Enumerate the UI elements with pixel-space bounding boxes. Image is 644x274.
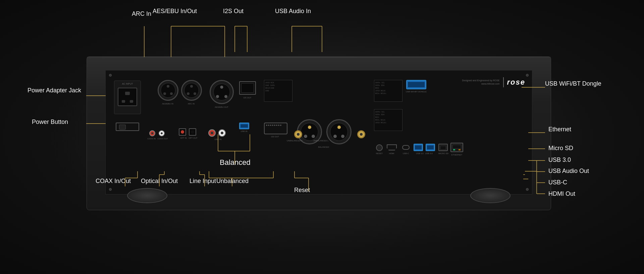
arc-in-label: ARC In [132,10,151,18]
coax-out-rca [159,130,165,136]
aes-ebu-in-label: AES/EBU IN [154,103,181,105]
line-in-label: LINE IN [205,138,231,140]
line-in-rca-r [208,129,216,137]
usb-audio-in-label: USB Audio In [275,7,311,15]
power-button-switch[interactable] [116,123,139,131]
ethernet-port [450,143,463,152]
reset-button[interactable] [376,144,383,151]
ac-input-connector: AC INPUT [114,81,141,114]
hdmi-out-label: HDMI Out [548,190,575,198]
micro-sd-label: Micro SD [548,144,573,152]
aes-ebu-label: AES/EBU In/Out [153,7,197,15]
opt-out-connector [189,128,196,136]
opt-label: OPT IN OPT OUT [175,137,202,139]
power-button-label: Power Button [32,118,68,126]
ethernet-label-device: ETHERNET [447,154,467,156]
unbalanced-l [357,130,365,138]
rose-logo-area: Designed and Engineered by ROSE www.hifi… [462,77,525,87]
device-body: AC INPUT AES/EBU IN [87,56,551,210]
rose-logo-text: rose [507,78,525,87]
aes-ebu-out-connector [210,80,234,104]
micro-sd-slot [438,144,448,151]
usb-wifi-label-device: USB WiFi/BT DONGLE [399,91,433,93]
coax-in-rca [149,130,155,136]
i2s-out-label-2: I2S OUT [262,136,288,138]
power-adapter-label: Power Adapter Jack [28,87,81,94]
usb-audio-out-label: USB Audio Out [548,167,589,175]
usb-c-label-device: USB-C [400,152,412,154]
usb-wifi-bt-label: USB WiFi/BT Dongle [545,80,601,88]
i2s-in-pin-grid-2: DATA+ SCL DATA- SDA BCK- BCK+ MCLK LRCK … [374,109,402,131]
arc-in-connector [181,80,202,101]
usb-in-connector [239,123,249,129]
line-in-rca-l [218,129,226,137]
usb-30-port-1 [414,144,423,151]
balanced-label: Balanced [220,158,251,168]
balanced-label-device: BALANCED [293,146,354,148]
usb-30-labels-device: USB 3.0 USB 3.0 [411,152,438,154]
i2s-out-dvi [264,123,287,134]
hdmi-label-device: HDMI [384,152,399,154]
i2s-out-connector [239,81,256,95]
hdmi-port [387,144,397,150]
usb-c-port [402,145,410,150]
optical-label: Optical In/Out [141,177,178,185]
i2s-out-label-device: I2S OUT [236,97,258,99]
i2s-out-label: I2S Out [223,7,244,15]
i2s-in-pin-grid: DATA+ SCL DATA- SDA BCK- LRCK MCLK BCK+ … [374,80,402,102]
usb-30-port-2 [426,144,435,151]
i2s-pin-grid-right: LRCK BCK GND DATA MCLK GND GND [264,80,292,102]
reset-label-device: RESET [373,152,385,154]
usb-30-label: USB 3.0 [548,156,571,164]
usb-in-label: USB IN [235,130,253,132]
reset-label: Reset [294,186,310,194]
line-input-label: Line Input [190,177,216,185]
foot-left [127,188,167,203]
unbalanced-r [294,130,302,138]
aes-ebu-out-label: AES/EBU OUT [206,106,237,108]
foot-right [470,188,511,203]
coax-label: COAX In/Out [96,177,131,185]
arc-in-label: ARC IN [179,103,203,105]
usb-wifi-bt-port [406,80,426,89]
aes-ebu-in-connector [158,80,178,101]
ethernet-label: Ethernet [548,126,571,133]
coax-label: COAX IN COAX OUT [146,138,169,140]
connector-panel: AC INPUT AES/EBU IN [105,70,532,194]
opt-in-connector [179,128,186,136]
usb-c-label: USB-C [548,179,567,186]
unbalanced-labels-device: UNBALANCED R UNBALANCED L [287,140,374,142]
unbalanced-label: Unbalanced [216,177,249,185]
